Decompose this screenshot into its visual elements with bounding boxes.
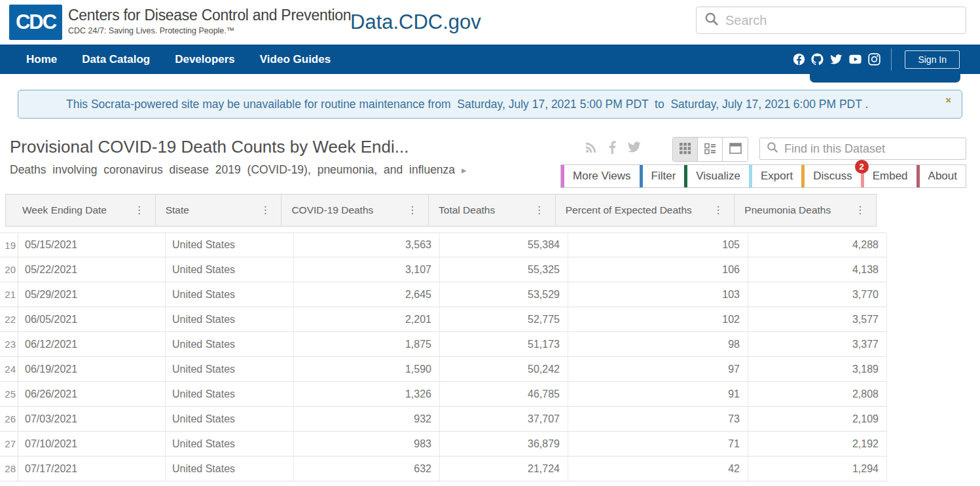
- cell-total-deaths[interactable]: 53,529: [440, 282, 568, 307]
- discuss-button[interactable]: Discuss 2: [801, 165, 861, 187]
- cell-covid-deaths[interactable]: 3,107: [294, 257, 440, 282]
- page-view-button[interactable]: [723, 138, 748, 161]
- cell-week-ending-date[interactable]: 06/12/2021: [18, 332, 166, 356]
- site-title[interactable]: Data.CDC.gov: [350, 10, 481, 34]
- cell-covid-deaths[interactable]: 1,326: [294, 382, 440, 406]
- cell-covid-deaths[interactable]: 1,875: [294, 332, 440, 356]
- cell-pneumonia-deaths[interactable]: 4,288: [748, 233, 887, 257]
- cell-covid-deaths[interactable]: 1,590: [294, 357, 440, 381]
- cell-state[interactable]: United States: [166, 332, 294, 356]
- cell-percent-expected-deaths[interactable]: 71: [568, 432, 748, 456]
- facebook-share-icon[interactable]: [609, 141, 616, 154]
- cell-pneumonia-deaths[interactable]: 2,192: [748, 432, 887, 456]
- cell-week-ending-date[interactable]: 06/26/2021: [18, 382, 166, 406]
- find-in-dataset-input[interactable]: [784, 142, 959, 156]
- cell-state[interactable]: United States: [166, 457, 294, 481]
- cell-pneumonia-deaths[interactable]: 3,577: [748, 307, 887, 331]
- column-header-percent-expected-deaths[interactable]: Percent of Expected Deaths ⋮: [556, 195, 735, 226]
- cell-percent-expected-deaths[interactable]: 102: [568, 307, 748, 331]
- column-header-total-deaths[interactable]: Total Deaths ⋮: [429, 195, 556, 226]
- cell-total-deaths[interactable]: 52,775: [440, 307, 568, 331]
- cdc-logo[interactable]: CDC: [9, 5, 62, 40]
- cell-covid-deaths[interactable]: 932: [294, 407, 440, 431]
- twitter-share-icon[interactable]: [627, 141, 641, 153]
- column-header-pneumonia-deaths[interactable]: Pneumonia Deaths ⋮: [735, 195, 876, 226]
- cell-covid-deaths[interactable]: 3,563: [294, 233, 440, 257]
- about-button[interactable]: About: [916, 165, 966, 187]
- cell-covid-deaths[interactable]: 983: [294, 432, 440, 456]
- column-menu-icon[interactable]: ⋮: [403, 202, 422, 218]
- cell-week-ending-date[interactable]: 06/05/2021: [18, 307, 166, 331]
- cell-week-ending-date[interactable]: 06/19/2021: [18, 357, 166, 381]
- cell-week-ending-date[interactable]: 05/22/2021: [18, 257, 166, 282]
- column-header-state[interactable]: State ⋮: [156, 195, 282, 226]
- filter-button[interactable]: Filter: [640, 165, 685, 187]
- column-header-covid-deaths[interactable]: COVID-19 Deaths ⋮: [281, 195, 429, 226]
- cell-percent-expected-deaths[interactable]: 103: [568, 282, 748, 307]
- cell-week-ending-date[interactable]: 07/17/2021: [18, 457, 166, 481]
- cell-total-deaths[interactable]: 37,707: [440, 407, 568, 431]
- cell-percent-expected-deaths[interactable]: 42: [568, 457, 748, 481]
- grid-view-button[interactable]: [673, 138, 698, 161]
- expand-description-icon[interactable]: ▸: [462, 164, 467, 176]
- cell-week-ending-date[interactable]: 05/15/2021: [18, 233, 166, 257]
- cell-percent-expected-deaths[interactable]: 97: [568, 357, 748, 381]
- cell-total-deaths[interactable]: 21,724: [440, 457, 568, 481]
- cell-total-deaths[interactable]: 55,325: [440, 257, 568, 282]
- cell-pneumonia-deaths[interactable]: 3,377: [748, 332, 887, 356]
- sign-in-button[interactable]: Sign In: [905, 50, 960, 69]
- cell-pneumonia-deaths[interactable]: 3,770: [748, 282, 887, 307]
- cell-total-deaths[interactable]: 51,173: [440, 332, 568, 356]
- cell-covid-deaths[interactable]: 2,201: [294, 307, 440, 331]
- cell-percent-expected-deaths[interactable]: 105: [568, 233, 748, 257]
- cell-percent-expected-deaths[interactable]: 98: [568, 332, 748, 356]
- cell-state[interactable]: United States: [166, 282, 294, 307]
- nav-item-data-catalog[interactable]: Data Catalog: [82, 53, 150, 66]
- cell-state[interactable]: United States: [166, 233, 294, 257]
- cell-state[interactable]: United States: [166, 357, 294, 381]
- cell-covid-deaths[interactable]: 632: [294, 457, 440, 481]
- cell-total-deaths[interactable]: 55,384: [440, 233, 568, 257]
- column-menu-icon[interactable]: ⋮: [130, 202, 149, 218]
- cell-percent-expected-deaths[interactable]: 106: [568, 257, 748, 282]
- cell-week-ending-date[interactable]: 07/10/2021: [18, 432, 166, 456]
- more-views-button[interactable]: More Views: [561, 165, 640, 187]
- column-menu-icon[interactable]: ⋮: [851, 202, 869, 218]
- cell-state[interactable]: United States: [166, 432, 294, 456]
- search-input[interactable]: [725, 13, 958, 28]
- facebook-icon[interactable]: [793, 53, 805, 65]
- cell-state[interactable]: United States: [166, 382, 294, 406]
- list-view-button[interactable]: [698, 138, 723, 161]
- column-menu-icon[interactable]: ⋮: [530, 202, 549, 218]
- embed-button[interactable]: Embed: [861, 165, 916, 187]
- column-menu-icon[interactable]: ⋮: [709, 202, 727, 218]
- cell-state[interactable]: United States: [166, 407, 294, 431]
- cell-covid-deaths[interactable]: 2,645: [294, 282, 440, 307]
- column-header-week-ending-date[interactable]: Week Ending Date ⋮: [6, 195, 156, 226]
- nav-item-developers[interactable]: Developers: [175, 53, 235, 66]
- cell-pneumonia-deaths[interactable]: 3,189: [748, 357, 887, 381]
- cell-pneumonia-deaths[interactable]: 1,294: [748, 457, 887, 481]
- cell-pneumonia-deaths[interactable]: 2,109: [748, 407, 887, 431]
- youtube-icon[interactable]: [848, 53, 862, 65]
- cell-pneumonia-deaths[interactable]: 4,138: [748, 257, 887, 282]
- find-in-dataset[interactable]: [759, 138, 966, 160]
- cell-state[interactable]: United States: [166, 257, 294, 282]
- cell-total-deaths[interactable]: 36,879: [440, 432, 568, 456]
- visualize-button[interactable]: Visualize: [684, 165, 749, 187]
- cell-percent-expected-deaths[interactable]: 73: [568, 407, 748, 431]
- column-menu-icon[interactable]: ⋮: [256, 202, 274, 218]
- close-icon[interactable]: ×: [945, 94, 951, 105]
- cell-week-ending-date[interactable]: 07/03/2021: [18, 407, 166, 431]
- cell-total-deaths[interactable]: 50,242: [440, 357, 568, 381]
- nav-item-video-guides[interactable]: Video Guides: [260, 53, 331, 66]
- global-search[interactable]: [696, 7, 966, 34]
- nav-item-home[interactable]: Home: [26, 53, 57, 66]
- twitter-icon[interactable]: [829, 53, 843, 65]
- cell-total-deaths[interactable]: 46,785: [440, 382, 568, 406]
- cell-state[interactable]: United States: [166, 307, 294, 331]
- rss-icon[interactable]: [585, 141, 598, 154]
- instagram-icon[interactable]: [868, 53, 880, 65]
- cell-pneumonia-deaths[interactable]: 2,808: [748, 382, 887, 406]
- github-icon[interactable]: [811, 53, 824, 65]
